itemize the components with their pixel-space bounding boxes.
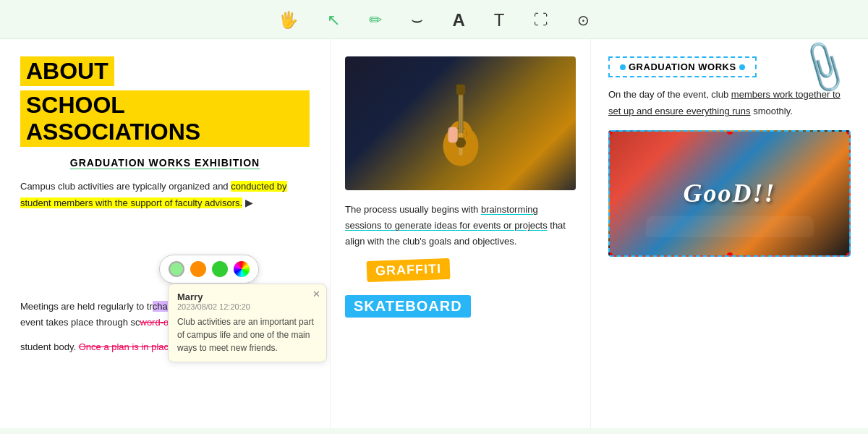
- pen-tool-icon[interactable]: ✏: [369, 11, 382, 30]
- text-tool-icon[interactable]: T: [494, 10, 505, 30]
- content-area: ABOUT SCHOOL ASSOCIATIONS GRADUATION WOR…: [0, 39, 868, 428]
- tag-tool-icon[interactable]: ⊙: [577, 12, 590, 29]
- skate-overlay-text: GooD!!: [683, 178, 775, 208]
- mid-underlined-text: brainstorming sessions to generate ideas…: [345, 204, 548, 231]
- comment-popup: ✕ Marry 2023/08/02 12:20:20 Club activit…: [168, 284, 327, 362]
- selection-handle-bl: [608, 252, 613, 257]
- comment-close-button[interactable]: ✕: [312, 289, 320, 299]
- svg-rect-10: [448, 127, 457, 142]
- selection-handle-bm: [727, 252, 733, 257]
- skate-bg: GooD!!: [610, 132, 849, 255]
- exhibition-heading: GRADUATION WORKS EXHIBITION: [20, 157, 310, 169]
- guitar-image: [345, 56, 576, 190]
- comment-date: 2023/08/02 12:20:20: [177, 302, 318, 311]
- underline-tool-icon[interactable]: ⌣: [411, 9, 423, 31]
- paragraph-1: Campus club activities are typically org…: [20, 179, 310, 212]
- color-green[interactable]: [212, 261, 228, 277]
- middle-body-text: The process usually begins with brainsto…: [345, 202, 576, 250]
- right-body-text: On the day of the event, club members wo…: [608, 86, 851, 120]
- para1-before: Campus club activities are typically org…: [20, 181, 231, 192]
- font-tool-icon[interactable]: A: [452, 10, 464, 30]
- badge-dot-right: [739, 64, 745, 70]
- badge-text: GRADUATION WORKS: [629, 61, 736, 72]
- right-underlined-text: members work together to set up and ensu…: [608, 89, 841, 116]
- middle-column: The process usually begins with brainsto…: [330, 39, 590, 428]
- selection-handle-tr: [846, 130, 851, 135]
- color-orange[interactable]: [190, 261, 206, 277]
- selection-handle-tm: [727, 130, 733, 135]
- associations-title: SCHOOL ASSOCIATIONS: [20, 90, 310, 147]
- graffiti-tag: GRAFFITI: [367, 258, 451, 282]
- hand-tool-icon[interactable]: 🖐: [278, 11, 298, 30]
- skateboard-tag: SKATEBOARD: [345, 295, 471, 318]
- comment-text: Club activities are an important part of…: [177, 315, 318, 354]
- left-body-text: Campus club activities are typically org…: [20, 179, 310, 212]
- selection-handle-tl: [608, 130, 613, 135]
- skate-deck: [644, 216, 814, 237]
- mid-paragraph: The process usually begins with brainsto…: [345, 202, 576, 250]
- about-title: ABOUT: [20, 56, 114, 86]
- tags-area: GRAFFITI SKATEBOARD: [345, 260, 576, 318]
- left-column: ABOUT SCHOOL ASSOCIATIONS GRADUATION WOR…: [0, 39, 330, 428]
- toolbar: 🖐 ↖ ✏ ⌣ A T ⛶ ⊙: [0, 0, 868, 39]
- selection-handle-br: [846, 252, 851, 257]
- color-green-light[interactable]: [169, 261, 184, 277]
- cursor-in-text: ▶: [245, 195, 253, 212]
- cursor-tool-icon[interactable]: ↖: [327, 11, 340, 30]
- skateboard-image: GooD!!: [608, 130, 851, 257]
- graduation-works-badge: GRADUATION WORKS: [608, 56, 757, 77]
- comment-author: Marry: [177, 292, 318, 302]
- color-picker: [159, 255, 259, 284]
- right-column: GRADUATION WORKS On the day of the event…: [590, 39, 868, 428]
- crop-tool-icon[interactable]: ⛶: [534, 12, 548, 28]
- color-rainbow[interactable]: [234, 261, 250, 277]
- guitar-svg: [428, 73, 493, 174]
- badge-dot-left: [620, 64, 626, 70]
- svg-rect-5: [456, 84, 464, 94]
